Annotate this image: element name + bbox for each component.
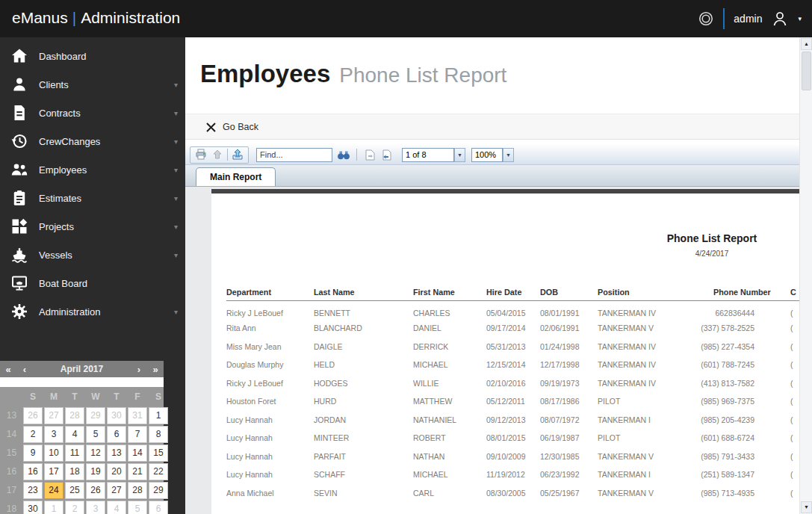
zoom-dropdown-chevron-down-icon[interactable]: ▼ <box>503 148 514 162</box>
calendar-day[interactable]: 6 <box>107 426 126 443</box>
calendar-day[interactable]: 15 <box>149 445 168 462</box>
sidebar-item-vessels[interactable]: Vessels▾ <box>0 241 185 269</box>
report-column-header: Phone Number <box>695 288 790 301</box>
calendar-day[interactable]: 11 <box>65 445 84 462</box>
calendar-day[interactable]: 3 <box>86 501 105 514</box>
sidebar-item-clients[interactable]: Clients▾ <box>0 70 185 99</box>
topbar-divider <box>723 8 725 29</box>
calendar-day[interactable]: 8 <box>149 426 168 443</box>
crew-changes-icon <box>10 132 28 150</box>
goto-next-page-icon[interactable] <box>378 147 394 162</box>
sidebar-item-crewchanges[interactable]: CrewChanges▾ <box>0 127 185 155</box>
binoculars-find-icon[interactable] <box>335 147 352 162</box>
scroll-down-icon[interactable]: ▼ <box>801 501 812 513</box>
status-rings-icon[interactable] <box>698 10 714 27</box>
calendar-day[interactable]: 26 <box>23 407 43 424</box>
calendar-day[interactable]: 10 <box>44 445 63 462</box>
calendar-day[interactable]: 5 <box>86 426 105 443</box>
calendar-corner <box>1 388 22 406</box>
report-page: Phone List Report 4/24/2017 DepartmentLa… <box>211 189 799 514</box>
calendar-day[interactable]: 9 <box>23 445 43 462</box>
report-cell: Anna Michael <box>226 484 314 503</box>
calendar-day-selected[interactable]: 24 <box>44 482 63 499</box>
sidebar-item-employees[interactable]: Employees▾ <box>0 155 185 184</box>
calendar-day[interactable]: 19 <box>86 463 105 480</box>
calendar-day[interactable]: 31 <box>128 407 147 424</box>
calendar-prev-month-icon[interactable]: ‹ <box>16 364 33 375</box>
calendar-day[interactable]: 16 <box>23 463 43 480</box>
calendar-day[interactable]: 20 <box>107 463 126 480</box>
zoom-level-select[interactable]: 100% <box>471 148 503 162</box>
calendar-day[interactable]: 2 <box>23 426 43 443</box>
calendar-day[interactable]: 18 <box>65 463 84 480</box>
sidebar-item-administration[interactable]: Administration▾ <box>0 297 185 326</box>
goto-prev-page-icon[interactable] <box>362 147 378 162</box>
sidebar-item-contracts[interactable]: Contracts▾ <box>0 99 185 127</box>
sidebar-item-boat-board[interactable]: Boat Board <box>0 269 185 297</box>
user-name[interactable]: admin <box>734 13 762 25</box>
user-menu-chevron-down-icon[interactable]: ▾ <box>798 15 802 22</box>
print-icon[interactable] <box>193 147 209 162</box>
calendar-day[interactable]: 28 <box>128 482 147 499</box>
calendar-day[interactable]: 26 <box>86 482 105 499</box>
scroll-up-icon[interactable]: ▲ <box>801 38 812 50</box>
refresh-up-icon[interactable] <box>209 147 226 162</box>
calendar-day[interactable]: 22 <box>149 463 168 480</box>
report-cell: 12/30/1985 <box>540 448 598 466</box>
calendar-day-header: W <box>86 388 105 406</box>
report-cell: 02/06/1991 <box>540 319 598 338</box>
report-cell: Rita Ann <box>226 319 314 338</box>
calendar-next-year-icon[interactable]: » <box>147 364 164 375</box>
calendar-day[interactable]: 4 <box>65 426 84 443</box>
calendar-day[interactable]: 3 <box>44 426 63 443</box>
find-input[interactable] <box>256 148 332 162</box>
tab-main-report[interactable]: Main Report <box>196 167 276 186</box>
topbar: eManus|Administration admin ▾ <box>0 0 812 37</box>
calendar-day[interactable]: 5 <box>128 501 147 514</box>
calendar-day[interactable]: 27 <box>44 407 63 424</box>
calendar-prev-year-icon[interactable]: « <box>0 364 16 375</box>
calendar-day[interactable]: 28 <box>65 407 84 424</box>
calendar-day[interactable]: 1 <box>149 407 168 424</box>
calendar-day[interactable]: 23 <box>23 482 43 499</box>
report-cell: 02/10/2016 <box>486 374 540 393</box>
calendar-day[interactable]: 17 <box>44 463 63 480</box>
scrollbar-thumb[interactable] <box>802 52 811 90</box>
sidebar-item-dashboard[interactable]: Dashboard <box>0 42 185 70</box>
calendar-day[interactable]: 13 <box>107 445 126 462</box>
report-cell: 05/31/2013 <box>486 338 540 356</box>
sidebar-item-estimates[interactable]: Estimates▾ <box>0 184 185 212</box>
report-toolbar: 1 of 8 ▼ 100% ▼ <box>185 145 799 165</box>
calendar-day[interactable]: 12 <box>86 445 105 462</box>
contract-icon <box>10 104 28 122</box>
calendar-day[interactable]: 30 <box>23 501 43 514</box>
calendar-day[interactable]: 27 <box>107 482 126 499</box>
page-indicator[interactable]: 1 of 8 <box>402 148 454 162</box>
calendar-day[interactable]: 29 <box>149 482 168 499</box>
export-report-icon[interactable] <box>229 147 246 162</box>
toolbar-separator <box>227 149 228 161</box>
report-cell: PILOT <box>598 392 695 411</box>
page-dropdown-chevron-down-icon[interactable]: ▼ <box>454 148 465 162</box>
calendar-month-title[interactable]: April 2017 <box>33 364 131 374</box>
calendar-day-header: S <box>149 388 168 406</box>
go-back-button[interactable]: Go Back <box>206 122 258 132</box>
calendar-day[interactable]: 30 <box>107 407 126 424</box>
calendar-day[interactable]: 25 <box>65 482 84 499</box>
calendar-day[interactable]: 1 <box>44 501 63 514</box>
report-cell: ( <box>790 484 799 503</box>
user-avatar-icon[interactable] <box>771 10 789 28</box>
sidebar-item-projects[interactable]: Projects▾ <box>0 212 185 241</box>
vertical-scrollbar[interactable]: ▲ ▼ <box>799 37 812 514</box>
calendar-day[interactable]: 6 <box>149 501 168 514</box>
calendar-day[interactable]: 2 <box>65 501 84 514</box>
report-cell: 06/23/1992 <box>540 465 598 484</box>
calendar-day-header: T <box>65 388 84 406</box>
calendar-day[interactable]: 29 <box>86 407 105 424</box>
chevron-down-icon: ▾ <box>174 109 178 117</box>
calendar-day[interactable]: 7 <box>128 426 147 443</box>
calendar-day[interactable]: 21 <box>128 463 147 480</box>
calendar-next-month-icon[interactable]: › <box>131 364 147 375</box>
calendar-day[interactable]: 14 <box>128 445 147 462</box>
calendar-day[interactable]: 4 <box>107 501 126 514</box>
